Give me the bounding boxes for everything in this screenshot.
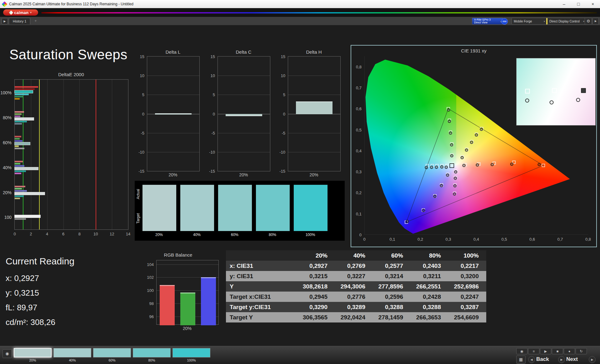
maximize-button[interactable]: □	[571, 0, 586, 8]
app-icon	[2, 1, 7, 7]
stop-icon-button[interactable]: ■	[552, 348, 563, 354]
calman-logo[interactable]: calman ▾	[3, 9, 38, 16]
y-tick-label: 10	[281, 73, 285, 78]
y-tick-label: 0	[213, 111, 215, 116]
delta-bar	[226, 114, 262, 116]
display-control-label: Direct Display Control	[549, 20, 580, 23]
reference-line	[39, 80, 40, 229]
source-dropdown[interactable]: Mobile Forge ▾	[512, 18, 547, 25]
eye-icon-button[interactable]: ◉	[516, 348, 528, 354]
y-group-label: 40%	[3, 165, 12, 170]
titlebar: Calman 2025 Calman Ultimate for Business…	[0, 0, 600, 8]
y-tick-label: 0	[283, 111, 285, 116]
gridline	[147, 133, 199, 133]
table-cell: 0,2403	[411, 261, 448, 271]
next-button[interactable]: Next	[566, 356, 578, 362]
table-cell: Target Y	[226, 312, 297, 322]
table-cell: 0,2776	[335, 292, 373, 302]
preset-button-40%[interactable]: 40%	[53, 347, 91, 363]
x-tick-label: 0,4	[473, 237, 479, 242]
table-cell: 308,2618	[297, 281, 335, 292]
meter-dropdown[interactable]: X-Rite i1Pro 3 Direct View ▾	[472, 18, 503, 25]
delta-h-plot: 151050-5-10-15	[288, 56, 341, 171]
gridline	[63, 80, 64, 229]
delta-c-title: Delta C	[218, 49, 270, 55]
play-icon-button[interactable]: ▶	[540, 348, 551, 354]
deltae-bar	[15, 173, 21, 174]
y-tick-label: -10	[138, 150, 144, 154]
preset-button-80%[interactable]: 80%	[133, 347, 171, 363]
y-tick-label: 96	[149, 314, 154, 319]
layout-button[interactable]: ▦	[516, 356, 526, 364]
deltae-bar	[15, 188, 22, 189]
inset-measured-circle	[576, 98, 580, 102]
loop-icon-button[interactable]: ↻	[576, 348, 587, 354]
deltae-bar	[15, 163, 20, 165]
gridline	[218, 133, 270, 133]
table-cell: 254,6609	[448, 312, 486, 322]
table-cell: 266,3653	[411, 312, 448, 322]
deltae-bar	[15, 121, 27, 122]
bottom-bar: ◉ ▦ ◀ Back ▶ Next ▶ 20%40%60%80%100%◉≡▶■…	[0, 346, 600, 364]
tab-history[interactable]: History 1	[9, 18, 30, 24]
y-group-label: 20%	[3, 190, 12, 195]
expand-button[interactable]: ▶	[2, 18, 8, 24]
back-audio-button[interactable]: ◀	[528, 356, 535, 363]
delta-c-plot: 151050-5-10-15	[218, 56, 270, 171]
table-cell: 0,3211	[411, 271, 448, 281]
swatch-label: 100%	[293, 233, 327, 237]
y-tick-label: 0,1	[356, 211, 362, 216]
table-cell: 266,2551	[411, 281, 448, 292]
y-tick-label: 15	[211, 54, 215, 59]
inset-measured-circle	[550, 101, 554, 105]
x-tick-label: 8	[78, 232, 81, 236]
table-cell: 306,3565	[297, 312, 335, 322]
close-button[interactable]: ×	[586, 0, 600, 8]
settings-gear-button[interactable]: ⚙	[585, 18, 592, 25]
display-control-dropdown[interactable]: Direct Display Control ▾	[546, 18, 587, 25]
y-tick-label: 0	[142, 111, 144, 116]
preset-color	[93, 348, 131, 357]
minimize-button[interactable]: –	[557, 0, 571, 8]
table-cell: 0,2428	[411, 292, 448, 302]
deltae-bar	[15, 123, 22, 125]
table-cell: 0,2945	[297, 292, 335, 302]
x-tick-label: 0,8	[585, 237, 591, 242]
y-tick-label: -5	[141, 130, 144, 135]
delta-h-xlabel: 20%	[288, 172, 340, 177]
swatch-100%	[293, 184, 328, 231]
add-tab-button[interactable]: +	[33, 18, 38, 23]
deltae-bar	[15, 161, 23, 162]
delta-l-plot: 151050-5-10-15	[147, 56, 200, 171]
gridline	[147, 76, 199, 76]
source-label: Mobile Forge	[514, 20, 532, 23]
panel-toggle-button[interactable]: ▶	[592, 18, 599, 25]
actual-target-strip: Actual Target 20%40%60%80%100%	[135, 181, 345, 241]
swatch-80%	[256, 184, 290, 231]
inset-target-square	[525, 89, 530, 93]
preset-button-100%[interactable]: 100%	[172, 347, 210, 363]
preset-button-60%[interactable]: 60%	[93, 347, 131, 363]
next-audio-button[interactable]: ▶	[558, 356, 565, 363]
reading-cdm2: cd/m²: 308,26	[6, 317, 55, 327]
gridline	[79, 80, 80, 229]
preset-button-20%[interactable]: 20%	[14, 347, 52, 363]
x-tick-label: 0,3	[445, 237, 451, 242]
preset-label: 60%	[93, 358, 131, 362]
deltae-bar	[15, 190, 27, 192]
back-button[interactable]: Back	[536, 356, 549, 362]
preset-color	[133, 348, 171, 357]
x-tick-label: 10	[93, 232, 98, 236]
record-icon-button[interactable]: ●	[564, 348, 575, 354]
deltae-bar	[15, 186, 25, 187]
eye-button[interactable]: ◉	[2, 349, 12, 358]
deltae-bar	[15, 167, 38, 170]
table-cell: 0,2596	[373, 292, 411, 302]
spectrum-stripe	[41, 12, 597, 13]
table-cell: Y	[226, 281, 297, 292]
gridline	[218, 152, 270, 152]
deltae-bar	[15, 88, 35, 90]
playlist-icon-button[interactable]: ≡	[528, 348, 539, 354]
loop-audio-button[interactable]: ▶	[589, 356, 596, 363]
deltae-bar	[15, 91, 33, 93]
